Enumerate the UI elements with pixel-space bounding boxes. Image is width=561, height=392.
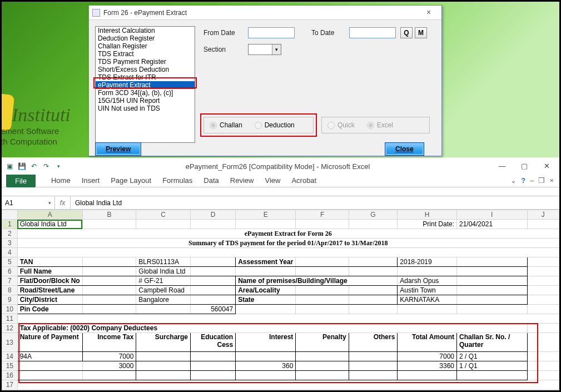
section-dropdown[interactable]: ▾ [248, 44, 281, 55]
row-header[interactable]: 8 [2, 286, 18, 295]
row-header[interactable]: 11 [2, 314, 18, 324]
list-item[interactable]: Form 3CD 34[(a), (b), (c)] [96, 89, 195, 97]
row-header[interactable]: 2 [2, 229, 18, 239]
row-header[interactable]: 7 [2, 276, 18, 286]
col-header[interactable]: D [191, 210, 236, 220]
fx-icon[interactable]: fx [55, 196, 71, 209]
tab-data[interactable]: Data [203, 176, 219, 187]
report-listbox[interactable]: Interest CalculationDeduction RegisterCh… [95, 26, 195, 143]
list-item[interactable]: ePayment Extract [96, 81, 195, 89]
list-item[interactable]: 15G/15H UIN Report [96, 97, 195, 105]
list-item[interactable]: UIN Not used in TDS [96, 105, 195, 112]
row-header[interactable]: 6 [2, 267, 18, 276]
preview-button[interactable]: Preview [95, 142, 141, 156]
excel-titlebar[interactable]: ▣ 💾 ↶ ↷ ▾ ePayment_Form26 [Compatibility… [2, 158, 559, 174]
bg-text-computation: th Computation [2, 137, 57, 146]
bg-text-institute: Instituti [12, 105, 71, 126]
from-date-input[interactable] [248, 27, 295, 38]
list-item[interactable]: Short/Excess Deduction [96, 66, 195, 73]
col-header[interactable]: C [136, 210, 191, 220]
col-header[interactable]: J [527, 210, 559, 220]
save-icon[interactable]: 💾 [17, 162, 26, 170]
q-button[interactable]: Q [400, 27, 413, 38]
to-date-label: To Date [311, 29, 334, 37]
list-item[interactable]: Interest Calculation [96, 27, 195, 34]
col-header[interactable]: E [236, 210, 296, 220]
row-header[interactable]: 13 [2, 333, 18, 352]
col-header[interactable]: G [349, 210, 398, 220]
dialog-titlebar[interactable]: Form 26 - ePayment Extract × [89, 6, 441, 20]
tab-formulas[interactable]: Formulas [162, 176, 192, 187]
maximize-icon[interactable]: ▢ [515, 161, 534, 172]
list-item[interactable]: Challan Register [96, 42, 195, 50]
tab-acrobat[interactable]: Acrobat [291, 176, 316, 187]
col-header[interactable]: B [82, 210, 136, 220]
window-close-icon[interactable]: ✕ [537, 161, 556, 172]
row-header[interactable]: 16 [2, 371, 18, 380]
radio-challan[interactable]: Challan [210, 121, 242, 129]
undo-icon[interactable]: ↶ [29, 162, 38, 170]
formula-input[interactable]: Global India Ltd [71, 199, 559, 207]
tab-page-layout[interactable]: Page Layout [111, 176, 151, 187]
dialog-title: Form 26 - ePayment Extract [103, 9, 419, 17]
redo-icon[interactable]: ↷ [42, 162, 51, 170]
select-all-corner[interactable] [2, 210, 18, 220]
excel-icon: ▣ [5, 162, 14, 170]
minimize-icon[interactable]: — [493, 161, 512, 172]
radio-deduction[interactable]: Deduction [255, 121, 295, 129]
cell[interactable]: Print Date: [398, 220, 457, 229]
formula-bar: A1▾ fx Global India Ltd [2, 196, 559, 210]
radio-excel[interactable]: Excel [367, 121, 393, 129]
list-item[interactable]: Deduction Register [96, 34, 195, 42]
bg-text-software: ement Software [2, 126, 59, 136]
col-header[interactable]: F [296, 210, 349, 220]
row-header[interactable]: 15 [2, 361, 18, 371]
row-header[interactable]: 3 [2, 239, 18, 248]
list-item[interactable]: TDS Payment Register [96, 58, 195, 66]
name-box[interactable]: A1▾ [2, 196, 55, 209]
excel-window: ▣ 💾 ↶ ↷ ▾ ePayment_Form26 [Compatibility… [2, 158, 559, 390]
chevron-down-icon[interactable]: ▾ [48, 200, 51, 206]
row-header[interactable]: 9 [2, 295, 18, 305]
radio-quick[interactable]: Quick [327, 121, 355, 129]
to-date-input[interactable] [349, 27, 396, 38]
ribbon-collapse-icon[interactable]: ⌄ [510, 176, 517, 187]
form-icon [92, 9, 100, 17]
col-header[interactable]: A [17, 210, 82, 220]
form26-dialog: Form 26 - ePayment Extract × Interest Ca… [88, 5, 442, 156]
tab-file[interactable]: File [6, 175, 36, 187]
list-item[interactable]: TDS Extract [96, 50, 195, 58]
cell[interactable]: Summary of TDS payment for the period 01… [17, 239, 559, 248]
row-header[interactable]: 12 [2, 324, 18, 333]
export-mode-group: Quick Excel [321, 117, 430, 133]
output-mode-group: Challan Deduction [203, 117, 314, 133]
section-label: Section [203, 46, 226, 53]
row-header[interactable]: 17 [2, 380, 18, 390]
close-icon[interactable]: × [419, 8, 438, 18]
row-header[interactable]: 5 [2, 257, 18, 267]
cell[interactable]: 21/04/2021 [457, 220, 528, 229]
col-header[interactable]: H [398, 210, 457, 220]
m-button[interactable]: M [415, 27, 427, 38]
workbook-minimize-icon[interactable]: – [530, 176, 534, 187]
worksheet-grid[interactable]: A B C D E F G H I J 1 Global India Ltd [2, 210, 559, 390]
list-item[interactable]: TDS Extract for ITR [96, 73, 195, 81]
workbook-close-icon[interactable]: × [549, 176, 554, 187]
row-header[interactable]: 10 [2, 305, 18, 314]
close-button[interactable]: Close [385, 142, 424, 156]
row-header[interactable]: 14 [2, 352, 18, 361]
workbook-restore-icon[interactable]: ❐ [538, 176, 545, 187]
help-icon[interactable]: ? [521, 176, 525, 187]
qat-dropdown-icon[interactable]: ▾ [54, 163, 63, 169]
tab-view[interactable]: View [265, 176, 280, 187]
row-header[interactable]: 1 [2, 220, 18, 229]
from-date-label: From Date [203, 29, 235, 37]
cell[interactable]: ePayment Extract for Form 26 [17, 229, 559, 239]
tab-review[interactable]: Review [230, 176, 254, 187]
row-header[interactable]: 4 [2, 248, 18, 257]
tab-home[interactable]: Home [51, 176, 71, 187]
tab-insert[interactable]: Insert [82, 176, 100, 187]
cell[interactable]: Global India Ltd [17, 220, 82, 229]
col-header[interactable]: I [457, 210, 528, 220]
cell[interactable]: Nature of Payment [17, 333, 82, 352]
